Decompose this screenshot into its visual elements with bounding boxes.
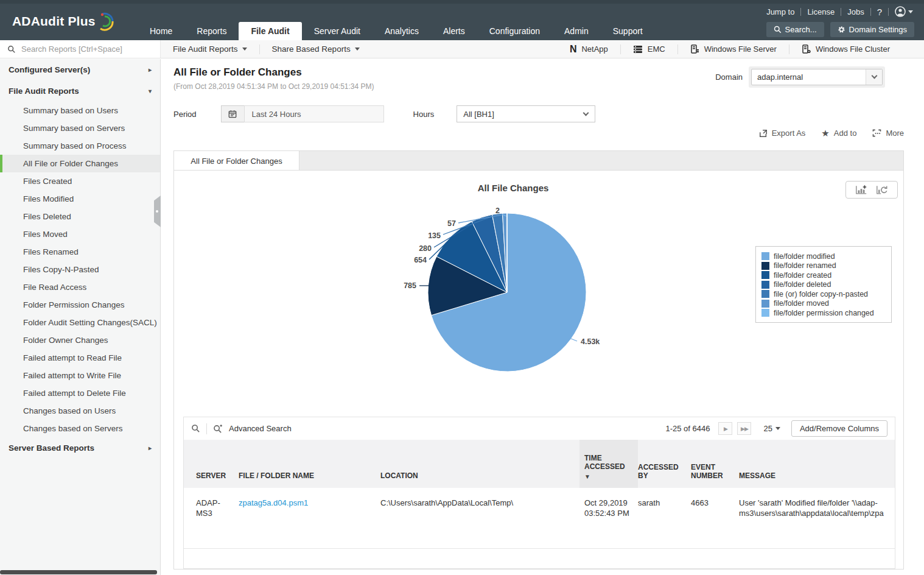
column-header-label: EVENT NUMBER — [691, 463, 733, 480]
more-button[interactable]: More — [872, 129, 904, 138]
sidebar-item[interactable]: Failed attempt to Read File — [0, 349, 160, 367]
chevron-down-icon — [576, 113, 595, 115]
domain-settings-button[interactable]: Domain Settings — [830, 22, 914, 37]
nav-item[interactable]: Admin — [552, 22, 601, 40]
table-toolbar: Advanced Search 1-25 of 6446 ▶ ▶▶ 25 Add… — [184, 417, 895, 440]
sidebar-item-label: Files Moved — [23, 230, 68, 239]
export-icon — [759, 129, 768, 138]
pie-value-label: 135 — [428, 231, 441, 240]
column-header[interactable]: TIME ACCESSED ▼ — [579, 440, 638, 488]
report-search-input[interactable] — [21, 44, 143, 54]
sidebar-collapse-handle[interactable] — [154, 196, 161, 227]
sidebar-item[interactable]: Files Deleted — [0, 208, 160, 225]
license-link[interactable]: License — [807, 7, 835, 16]
column-header[interactable]: FILE / FOLDER NAME ▼ — [239, 440, 380, 488]
add-chart-icon[interactable] — [855, 185, 867, 195]
sidebar-item[interactable]: Server Based Reports ▸ — [0, 437, 160, 459]
cell-server: ADAP-MS3 — [196, 488, 239, 548]
column-header[interactable]: SERVER ▼ — [196, 440, 239, 488]
export-as-button[interactable]: Export As — [759, 129, 806, 138]
tab-all-file-or-folder-changes[interactable]: All File or Folder Changes — [174, 151, 299, 171]
export-as-label: Export As — [772, 129, 806, 138]
app-logo[interactable]: ADAudit Plus — [12, 11, 115, 32]
nav-item[interactable]: Alerts — [431, 22, 477, 40]
sidebar-item-label: Failed attempt to Write File — [23, 371, 121, 380]
pie-value-label: 2 — [495, 206, 500, 215]
nav-item[interactable]: Configuration — [477, 22, 552, 40]
sidebar-item[interactable]: File Audit Reports ▾ — [0, 80, 160, 102]
sidebar-item-label: Summary based on Servers — [23, 124, 125, 133]
legend-item: file/folder created — [761, 271, 886, 280]
next-page-icon[interactable]: ▶ — [718, 422, 732, 435]
sidebar-item[interactable]: Files Renamed — [0, 243, 160, 261]
legend-item: file/folder permission changed — [761, 309, 886, 317]
sidebar-item[interactable]: Files Copy-N-Pasted — [0, 261, 160, 278]
sidebar-item[interactable]: Files Modified — [0, 190, 160, 208]
filter-row: Period Hours All [BH1] — [173, 105, 595, 122]
advanced-search-label[interactable]: Advanced Search — [229, 424, 292, 433]
nav-item[interactable]: Home — [138, 22, 184, 40]
sidebar-item[interactable]: Folder Audit Setting Changes(SACL) — [0, 314, 160, 331]
domain-select[interactable]: adap.internal — [751, 69, 883, 85]
jump-to-link[interactable]: Jump to — [766, 7, 794, 16]
column-header[interactable]: LOCATION ▼ — [380, 440, 584, 488]
global-search-button[interactable]: Search... — [766, 22, 824, 37]
hours-select[interactable]: All [BH1] — [457, 105, 595, 122]
nav-item[interactable]: Analytics — [373, 22, 431, 40]
app-logo-text: ADAudit Plus — [12, 14, 96, 29]
jobs-link[interactable]: Jobs — [847, 7, 864, 16]
legend-label: file/folder renamed — [774, 261, 836, 270]
user-menu[interactable] — [895, 6, 913, 17]
report-content: All File or Folder Changes (From Oct 28,… — [161, 59, 924, 575]
legend-item: file/folder moved — [761, 299, 886, 308]
last-page-icon[interactable]: ▶▶ — [737, 422, 751, 435]
legend-label: file/folder deleted — [774, 280, 831, 289]
sidebar-item[interactable]: Summary based on Servers — [0, 119, 160, 137]
report-sidebar: Configured Server(s) ▸ File Audit Report… — [0, 59, 161, 575]
netapp-link[interactable]: N NetApp — [558, 44, 620, 55]
emc-link[interactable]: EMC — [621, 44, 677, 54]
sidebar-item[interactable]: Files Created — [0, 172, 160, 190]
windows-file-cluster-link[interactable]: Windows File Cluster — [789, 44, 902, 54]
sidebar-item[interactable]: Summary based on Process — [0, 137, 160, 155]
sidebar-item[interactable]: Files Moved — [0, 225, 160, 243]
sidebar-item[interactable]: Summary based on Users — [0, 102, 160, 119]
sidebar-item[interactable]: Failed attempt to Delete File — [0, 384, 160, 402]
help-icon[interactable]: ? — [877, 7, 882, 17]
nav-item[interactable]: File Audit — [239, 22, 301, 40]
windows-file-server-link[interactable]: Windows File Server — [678, 44, 789, 54]
add-remove-columns-button[interactable]: Add/Remove Columns — [791, 420, 887, 437]
user-avatar-icon — [895, 6, 906, 17]
sidebar-item[interactable]: Folder Permission Changes — [0, 296, 160, 314]
sidebar-item[interactable]: Failed attempt to Write File — [0, 367, 160, 384]
column-header[interactable]: MESSAGE ▼ — [739, 440, 895, 488]
sidebar-horizontal-scrollbar[interactable] — [0, 570, 157, 574]
file-audit-reports-menu[interactable]: File Audit Reports — [161, 40, 259, 58]
cell-file-name-link[interactable]: zpatag5a.d04.psm1 — [239, 488, 380, 548]
column-header[interactable]: ACCESSED BY ▼ — [638, 440, 691, 488]
sidebar-item[interactable]: Configured Server(s) ▸ — [0, 59, 160, 80]
sidebar-item[interactable]: Changes based on Users — [0, 402, 160, 420]
add-to-button[interactable]: ★ Add to — [821, 129, 856, 138]
sidebar-item[interactable]: All File or Folder Changes — [0, 155, 160, 172]
sidebar-item-label: Folder Owner Changes — [23, 336, 108, 345]
column-header[interactable]: EVENT NUMBER ▼ — [691, 440, 739, 488]
sidebar-item[interactable]: Folder Owner Changes — [0, 331, 160, 349]
legend-item: file/folder modified — [761, 252, 886, 261]
share-based-reports-menu[interactable]: Share Based Reports — [260, 40, 372, 58]
nav-item[interactable]: Reports — [184, 22, 239, 40]
nav-item[interactable]: Support — [601, 22, 655, 40]
period-input[interactable] — [244, 105, 384, 122]
pie-value-label: 280 — [419, 244, 432, 253]
cell-location: C:\Users\sarath\AppData\Local\Temp\ — [380, 488, 584, 548]
sidebar-item[interactable]: File Read Access — [0, 278, 160, 296]
sidebar-item[interactable]: Changes based on Servers — [0, 420, 160, 437]
calendar-icon[interactable] — [221, 105, 244, 122]
advanced-search-icon[interactable] — [213, 424, 223, 433]
nav-item[interactable]: Server Audit — [302, 22, 373, 40]
refresh-chart-icon[interactable] — [876, 185, 888, 195]
sidebar-item-label: Changes based on Users — [23, 406, 116, 415]
legend-label: file/folder modified — [774, 252, 835, 261]
page-size-select[interactable]: 25 — [763, 424, 780, 433]
column-search-icon[interactable] — [191, 424, 200, 433]
